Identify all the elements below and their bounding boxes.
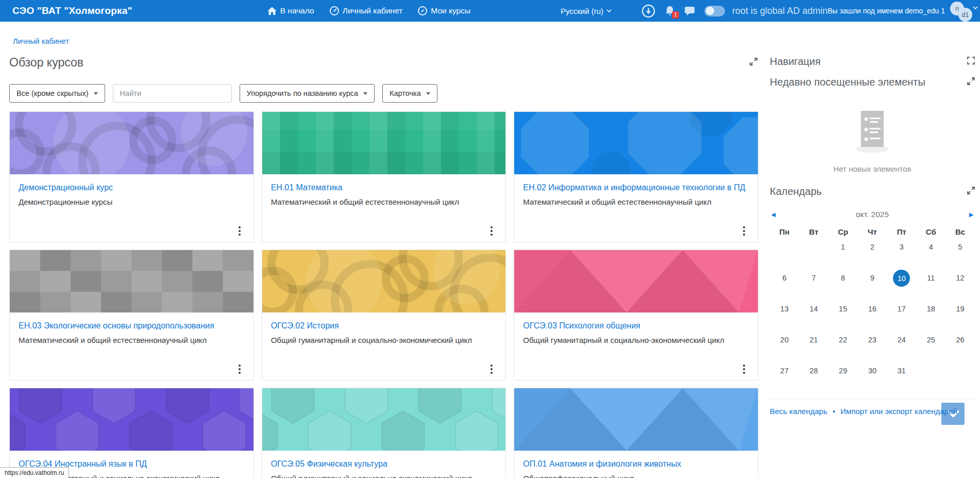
calendar-date[interactable]: 4 <box>929 241 933 253</box>
course-menu-kebab-icon[interactable] <box>234 362 245 376</box>
calendar-date[interactable]: 25 <box>927 334 935 345</box>
course-card: ОГСЭ.05 Физическая культураОбщий гуманит… <box>262 388 506 478</box>
course-card: ОГСЭ.04 Иностранный язык в ПДОбщий гуман… <box>9 388 254 478</box>
edit-mode-toggle[interactable] <box>704 6 725 17</box>
calendar-date[interactable]: 16 <box>868 303 876 315</box>
calendar-date[interactable]: 11 <box>927 272 935 284</box>
calendar-date[interactable]: 12 <box>956 272 965 284</box>
course-card-image[interactable] <box>10 112 254 174</box>
navigation-block-title: Навигация <box>770 56 821 68</box>
course-menu-kebab-icon[interactable] <box>738 224 750 238</box>
messages-icon[interactable] <box>684 6 695 16</box>
course-menu-kebab-icon[interactable] <box>234 224 245 238</box>
dock-block-icon[interactable] <box>750 58 757 68</box>
full-calendar-link[interactable]: Весь календарь <box>770 407 827 416</box>
expand-block-icon[interactable] <box>967 57 975 67</box>
calendar-date[interactable]: 14 <box>809 303 818 315</box>
calendar-date[interactable]: 26 <box>956 334 965 345</box>
next-month-arrow[interactable]: ► <box>957 210 975 219</box>
course-menu-kebab-icon[interactable] <box>486 224 497 238</box>
notifications-bell-icon[interactable]: 1 <box>665 5 675 17</box>
calendar-date[interactable]: 13 <box>780 303 788 315</box>
calendar-date[interactable]: 1 <box>841 241 845 253</box>
home-icon <box>267 7 277 15</box>
course-card-image[interactable] <box>514 112 758 174</box>
course-card-image[interactable] <box>514 388 758 451</box>
nav-link-в-начало[interactable]: В начало <box>267 6 314 15</box>
empty-list-document-icon <box>841 107 903 156</box>
calendar-date[interactable]: 21 <box>809 334 818 345</box>
course-card-image[interactable] <box>262 250 506 312</box>
calendar-date[interactable]: 28 <box>809 365 818 376</box>
calendar-cell: 19 <box>945 303 975 334</box>
sort-select[interactable]: Упорядочить по названию курса <box>240 84 375 103</box>
course-card-image[interactable] <box>262 388 506 451</box>
calendar-date[interactable]: 23 <box>868 334 876 345</box>
course-category: Общепрофессиональный цикл <box>523 473 749 478</box>
calendar-date[interactable]: 6 <box>782 272 786 284</box>
calendar-today-date[interactable]: 10 <box>893 270 910 287</box>
course-title-link[interactable]: ЕН.02 Информатика и информационные техно… <box>523 182 749 193</box>
course-card-image[interactable] <box>514 250 758 312</box>
prev-month-arrow[interactable]: ◄ <box>770 210 787 219</box>
dock-block-icon[interactable] <box>967 187 975 196</box>
calendar-date[interactable]: 30 <box>868 365 876 376</box>
dock-block-icon[interactable] <box>967 77 975 87</box>
calendar-weekday: Вт <box>799 227 829 241</box>
nav-link-мои-курсы[interactable]: Мои курсы <box>418 6 470 15</box>
course-category: Демонстрационные курсы <box>19 197 245 207</box>
calendar-date[interactable]: 29 <box>839 365 847 376</box>
language-selector[interactable]: Русский (ru) <box>561 7 612 15</box>
calendar-date[interactable]: 8 <box>841 272 845 284</box>
calendar-date[interactable]: 7 <box>812 272 816 284</box>
course-title-link[interactable]: ОП.01 Анатомия и физиология животных <box>523 458 749 470</box>
course-card-body: ОГСЭ.05 Физическая культураОбщий гуманит… <box>262 451 506 478</box>
user-menu[interactable]: ri d1 <box>947 0 975 22</box>
course-title-link[interactable]: ОГСЭ.05 Физическая культура <box>271 458 497 470</box>
course-card-image[interactable] <box>262 112 506 174</box>
calendar-date[interactable]: 5 <box>958 241 962 253</box>
download-icon[interactable] <box>641 4 655 18</box>
calendar-date[interactable]: 20 <box>780 334 788 345</box>
calendar-date[interactable]: 24 <box>898 334 906 345</box>
course-search-input[interactable] <box>113 84 232 103</box>
avatar[interactable]: d1 <box>958 8 972 22</box>
calendar-date[interactable]: 2 <box>870 241 874 253</box>
course-title-link[interactable]: ОГСЭ.02 История <box>271 320 497 332</box>
toggle-knob <box>706 7 714 15</box>
calendar-date[interactable]: 17 <box>898 303 906 315</box>
breadcrumb-dashboard-link[interactable]: Личный кабинет <box>13 37 69 45</box>
calendar-date[interactable]: 9 <box>870 272 874 284</box>
calendar-date[interactable]: 18 <box>927 303 935 315</box>
display-mode-select[interactable]: Карточка <box>382 84 437 103</box>
calendar-date[interactable]: 19 <box>956 303 965 315</box>
notification-badge: 1 <box>672 11 679 19</box>
calendar-cell: 14 <box>799 303 829 334</box>
nav-link-label: В начало <box>280 6 314 15</box>
calendar-date[interactable]: 3 <box>900 241 904 253</box>
nav-link-личный-кабинет[interactable]: Личный кабинет <box>330 6 403 15</box>
course-menu-kebab-icon[interactable] <box>486 362 497 376</box>
course-menu-kebab-icon[interactable] <box>738 362 750 376</box>
course-title-link[interactable]: ОГСЭ.03 Психология общения <box>523 320 749 332</box>
course-card-image[interactable] <box>10 250 254 312</box>
calendar-cell: 13 <box>770 303 799 334</box>
admin-note: root is global AD admin <box>732 6 827 17</box>
chevron-down-icon <box>363 92 367 95</box>
calendar-date[interactable]: 31 <box>898 365 906 376</box>
calendar-date[interactable]: 22 <box>839 334 847 345</box>
visibility-filter-select[interactable]: Все (кроме скрытых) <box>9 84 105 103</box>
import-export-calendar-link[interactable]: Импорт или экспорт календарей <box>840 407 957 416</box>
calendar-date[interactable]: 27 <box>780 365 788 376</box>
separator-dot: • <box>833 407 835 416</box>
calendar-date[interactable]: 15 <box>839 303 847 315</box>
navigation-block-header: Навигация <box>770 56 975 68</box>
site-title[interactable]: СЭО "ВАТ "Холмогорка" <box>12 5 132 17</box>
calendar-cell <box>945 365 975 396</box>
course-title-link[interactable]: ЕН.03 Экологические основы природопользо… <box>19 320 245 332</box>
calendar-cell <box>799 241 829 272</box>
nav-link-label: Личный кабинет <box>343 6 403 15</box>
course-title-link[interactable]: Демонстрационный курс <box>19 182 245 193</box>
course-title-link[interactable]: ЕН.01 Математика <box>271 182 497 193</box>
course-card-image[interactable] <box>10 388 254 451</box>
